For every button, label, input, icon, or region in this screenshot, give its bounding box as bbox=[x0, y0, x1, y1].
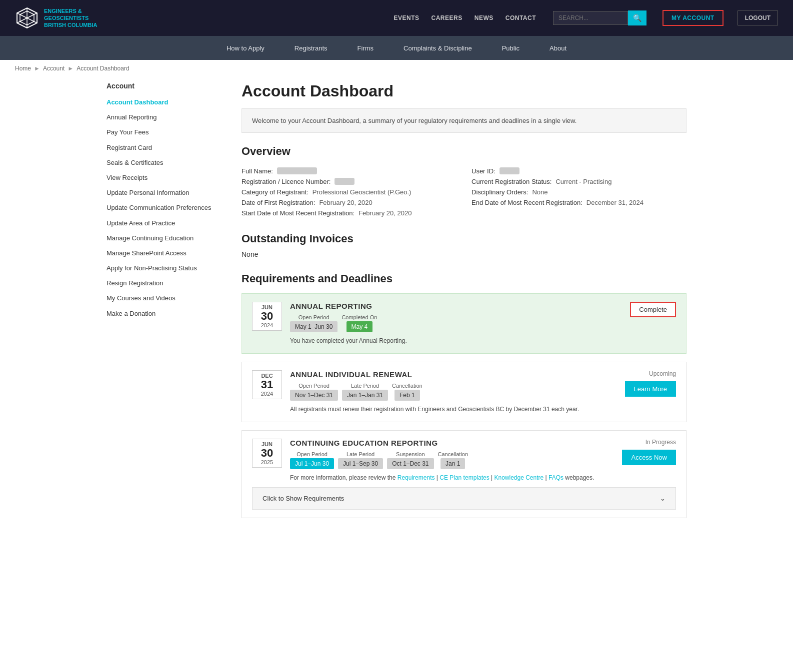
annual-renewal-action: Upcoming Learn More bbox=[625, 370, 676, 397]
sidebar-item-receipts[interactable]: View Receipts bbox=[106, 170, 216, 185]
sidebar-item-personal-info[interactable]: Update Personal Information bbox=[106, 185, 216, 200]
label-userid: User ID: bbox=[472, 167, 496, 175]
annual-reporting-period-tag-2: May 4 bbox=[346, 321, 373, 332]
secnav-complaints[interactable]: Complaints & Discipline bbox=[404, 37, 472, 59]
overview-row-recent-end: End Date of Most Recent Registration: De… bbox=[472, 197, 686, 208]
secnav-public[interactable]: Public bbox=[502, 37, 520, 59]
ce-reporting-periods-row: Open Period Jul 1–Jun 30 Late Period Jul… bbox=[290, 451, 614, 469]
ce-link-requirements[interactable]: Requirements bbox=[398, 474, 435, 481]
sidebar-item-pay-fees[interactable]: Pay Your Fees bbox=[106, 125, 216, 140]
sidebar-item-non-practising[interactable]: Apply for Non-Practising Status bbox=[106, 261, 216, 276]
annual-renewal-period-2: Late Period Jan 1–Jan 31 bbox=[342, 383, 388, 401]
learn-more-button[interactable]: Learn More bbox=[625, 381, 676, 397]
overview-row-first-reg: Date of First Registration: February 20,… bbox=[242, 197, 456, 208]
annual-renewal-period-3: Cancellation Feb 1 bbox=[392, 383, 422, 401]
requirements-section: Requirements and Deadlines JUN 30 2024 A… bbox=[242, 272, 686, 518]
sidebar-item-courses[interactable]: My Courses and Videos bbox=[106, 291, 216, 306]
sidebar-item-sharepoint[interactable]: Manage SharePoint Access bbox=[106, 246, 216, 261]
secnav-how-to-apply[interactable]: How to Apply bbox=[226, 37, 264, 59]
sidebar-item-manage-ce[interactable]: Manage Continuing Education bbox=[106, 231, 216, 246]
top-navigation: ENGINEERS & GEOSCIENTISTS BRITISH COLUMB… bbox=[0, 0, 793, 36]
overview-row-category: Category of Registrant: Professional Geo… bbox=[242, 187, 456, 197]
ce-period-label-3: Suspension bbox=[396, 451, 425, 457]
requirements-title: Requirements and Deadlines bbox=[242, 272, 686, 285]
breadcrumb-home[interactable]: Home bbox=[15, 65, 31, 72]
annual-renewal-title: ANNUAL INDIVIDUAL RENEWAL bbox=[290, 370, 617, 379]
ce-period-tag-1: Jul 1–Jun 30 bbox=[290, 458, 334, 469]
ce-reporting-year: 2025 bbox=[261, 459, 273, 465]
my-account-button[interactable]: MY ACCOUNT bbox=[662, 10, 724, 26]
value-recent-start: February 20, 2020 bbox=[358, 209, 412, 217]
breadcrumb-current: Account Dashboard bbox=[76, 65, 129, 72]
overview-row-userid: User ID: bbox=[472, 166, 686, 176]
annual-reporting-periods-row: Open Period May 1–Jun 30 Completed On Ma… bbox=[290, 314, 622, 332]
ce-link-faqs[interactable]: FAQs bbox=[548, 474, 564, 481]
top-nav-links: EVENTS CAREERS NEWS CONTACT 🔍 MY ACCOUNT… bbox=[394, 10, 778, 26]
annual-reporting-day: 30 bbox=[261, 310, 273, 322]
annual-renewal-status: Upcoming bbox=[649, 370, 676, 377]
label-licence: Registration / Licence Number: bbox=[242, 178, 330, 185]
label-recent-end: End Date of Most Recent Registration: bbox=[472, 199, 582, 206]
ce-reporting-title: CONTINUING EDUCATION REPORTING bbox=[290, 439, 614, 447]
sidebar-item-registrant-card[interactable]: Registrant Card bbox=[106, 140, 216, 155]
overview-row-fullname: Full Name: bbox=[242, 166, 456, 176]
annual-reporting-period-label-2: Completed On bbox=[342, 314, 377, 320]
label-fullname: Full Name: bbox=[242, 167, 273, 175]
nav-news[interactable]: NEWS bbox=[474, 14, 494, 21]
page-title: Account Dashboard bbox=[242, 82, 686, 100]
complete-button[interactable]: Complete bbox=[630, 302, 676, 317]
sidebar-item-seals[interactable]: Seals & Certificates bbox=[106, 155, 216, 170]
value-recent-end: December 31, 2024 bbox=[586, 199, 644, 206]
sidebar-item-resign[interactable]: Resign Registration bbox=[106, 276, 216, 291]
annual-renewal-period-1: Open Period Nov 1–Dec 31 bbox=[290, 383, 338, 401]
logout-button[interactable]: LOGOUT bbox=[738, 10, 778, 25]
nav-careers[interactable]: CAREERS bbox=[432, 14, 462, 21]
secnav-registrants[interactable]: Registrants bbox=[294, 37, 328, 59]
annual-reporting-info: ANNUAL REPORTING Open Period May 1–Jun 3… bbox=[290, 302, 622, 345]
annual-renewal-periods-row: Open Period Nov 1–Dec 31 Late Period Jan… bbox=[290, 383, 617, 401]
sidebar-item-donation[interactable]: Make a Donation bbox=[106, 306, 216, 321]
search-area: 🔍 bbox=[553, 10, 646, 25]
sidebar-item-dashboard[interactable]: Account Dashboard bbox=[106, 95, 216, 110]
label-reg-status: Current Registration Status: bbox=[472, 178, 552, 185]
ce-reporting-day: 30 bbox=[261, 447, 273, 459]
sidebar-item-annual-reporting[interactable]: Annual Reporting bbox=[106, 110, 216, 125]
annual-reporting-period-tag-1: May 1–Jun 30 bbox=[290, 321, 338, 332]
access-now-button[interactable]: Access Now bbox=[622, 450, 676, 465]
value-first-reg: February 20, 2020 bbox=[319, 199, 372, 206]
breadcrumb-account[interactable]: Account bbox=[43, 65, 64, 72]
nav-contact[interactable]: CONTACT bbox=[506, 14, 536, 21]
value-reg-status: Current - Practising bbox=[556, 178, 612, 185]
secnav-about[interactable]: About bbox=[550, 37, 566, 59]
sidebar-item-area-practice[interactable]: Update Area of Practice bbox=[106, 216, 216, 231]
main-content: Account Dashboard Welcome to your Accoun… bbox=[226, 77, 686, 541]
logo-text: ENGINEERS & GEOSCIENTISTS BRITISH COLUMB… bbox=[44, 7, 97, 29]
annual-renewal-note: All registrants must renew their registr… bbox=[290, 405, 617, 414]
overview-left: Full Name: Registration / Licence Number… bbox=[242, 166, 456, 218]
ce-link-knowledge-centre[interactable]: Knowledge Centre bbox=[494, 474, 544, 481]
ce-reporting-header: JUN 30 2025 CONTINUING EDUCATION REPORTI… bbox=[252, 439, 676, 482]
search-button[interactable]: 🔍 bbox=[628, 10, 646, 25]
search-input[interactable] bbox=[553, 11, 628, 25]
annual-reporting-card: JUN 30 2024 ANNUAL REPORTING Open Period… bbox=[242, 293, 686, 354]
value-disciplinary: None bbox=[532, 188, 548, 196]
annual-renewal-period-label-2: Late Period bbox=[351, 383, 379, 389]
ce-period-3: Suspension Oct 1–Dec 31 bbox=[387, 451, 434, 469]
ce-period-label-4: Cancellation bbox=[438, 451, 468, 457]
ce-reporting-note: For more information, please review the … bbox=[290, 473, 614, 482]
annual-reporting-period-1: Open Period May 1–Jun 30 bbox=[290, 314, 338, 332]
nav-events[interactable]: EVENTS bbox=[394, 14, 420, 21]
invoices-title: Outstanding Invoices bbox=[242, 232, 686, 245]
annual-renewal-header: DEC 31 2024 ANNUAL INDIVIDUAL RENEWAL Op… bbox=[252, 370, 676, 414]
annual-reporting-year: 2024 bbox=[261, 322, 273, 328]
logo[interactable]: ENGINEERS & GEOSCIENTISTS BRITISH COLUMB… bbox=[15, 6, 97, 30]
ce-reporting-card: JUN 30 2025 CONTINUING EDUCATION REPORTI… bbox=[242, 430, 686, 518]
ce-link-plan-templates[interactable]: CE Plan templates bbox=[440, 474, 489, 481]
show-requirements-label: Click to Show Requirements bbox=[262, 495, 344, 502]
sidebar-item-comm-prefs[interactable]: Update Communication Preferences bbox=[106, 200, 216, 215]
show-requirements-button[interactable]: Click to Show Requirements ⌄ bbox=[252, 487, 676, 510]
overview-row-licence: Registration / Licence Number: bbox=[242, 176, 456, 187]
chevron-down-icon: ⌄ bbox=[660, 495, 666, 502]
ce-period-label-2: Late Period bbox=[346, 451, 374, 457]
secnav-firms[interactable]: Firms bbox=[358, 37, 374, 59]
